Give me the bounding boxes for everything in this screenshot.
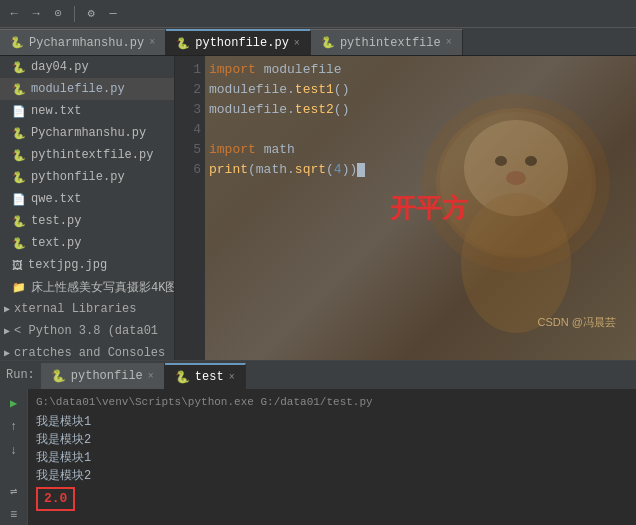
back-icon[interactable]: ← [6,6,22,22]
python-icon: 🐍 [12,61,26,74]
code-modulefile-2: modulefile. [209,82,295,97]
chevron-right-icon-3: ▶ [4,347,10,359]
sidebar-item-pycharmhanshu[interactable]: 🐍 Pycharmhanshu.py [0,122,174,144]
code-sqrt: sqrt [295,162,326,177]
sidebar-item-pythonfile-label: pythonfile.py [31,170,125,184]
sidebar-section-scratches-label: cratches and Consoles [14,346,165,360]
sidebar-item-test-label: test.py [31,214,81,228]
code-test1: test1 [295,82,334,97]
editor-tabs-row: 🐍 Pycharmhanshu.py × 🐍 pythonfile.py × 🐍… [0,28,636,56]
run-output: G:\data01\venv\Scripts\python.exe G:/dat… [28,389,636,525]
sidebar-item-textjpg-label: textjpg.jpg [28,258,107,272]
run-output-line-2: 我是模块2 [36,431,628,449]
sidebar-item-pycharmhanshu-label: Pycharmhanshu.py [31,126,146,140]
run-tab-pythonfile-label: pythonfile [71,369,143,383]
run-tab-test[interactable]: 🐍 test × [165,363,246,389]
code-sqrt-paren: ( [326,162,334,177]
keyword-import-1: import [209,62,256,77]
sidebar-section-python[interactable]: ▶ < Python 3.8 (data01 [0,320,174,342]
chevron-right-icon-2: ▶ [4,325,10,337]
run-label: Run: [0,361,41,389]
sidebar-item-chinese-label: 床上性感美女写真摄影4K图 [31,279,175,296]
run-menu-button[interactable]: ≡ [4,505,24,525]
code-parens-1: () [334,82,350,97]
sidebar-item-pythonfile[interactable]: 🐍 pythonfile.py [0,166,174,188]
tab-pythonfile[interactable]: 🐍 pythonfile.py × [166,29,311,55]
sidebar-item-text[interactable]: 🐍 text.py [0,232,174,254]
run-output-line-4: 我是模块2 [36,467,628,485]
code-line-4 [209,120,365,140]
code-editor[interactable]: 开平方 1 2 3 4 5 6 import modulefile module… [175,56,636,360]
svg-point-5 [506,171,526,185]
run-result-value: 2.0 [36,487,75,511]
run-down-button[interactable]: ↓ [4,441,24,461]
code-parens-2: () [334,102,350,117]
sidebar-item-newtxt[interactable]: 📄 new.txt [0,100,174,122]
code-test2: test2 [295,102,334,117]
code-line-1: import modulefile [209,60,365,80]
python-icon-3: 🐍 [12,127,26,140]
code-modulefile-3: modulefile. [209,102,295,117]
python-icon-2: 🐍 [12,83,26,96]
python-file-icon: 🐍 [10,36,24,49]
folder-icon: 📁 [12,281,26,294]
sidebar-section-scratches[interactable]: ▶ cratches and Consoles [0,342,174,360]
txt-icon-2: 📄 [12,193,26,206]
run-sidebar: ▶ ↑ ↓ ⇌ ≡ [0,389,28,525]
code-line-5: import math [209,140,365,160]
tab-pycharmhanshu[interactable]: 🐍 Pycharmhanshu.py × [0,29,166,55]
sidebar-item-pythintextfile[interactable]: 🐍 pythintextfile.py [0,144,174,166]
run-up-button[interactable]: ↑ [4,417,24,437]
line-numbers: 1 2 3 4 5 6 [175,56,205,360]
top-toolbar: ← → ⊙ ⚙ — [0,0,636,28]
circle-icon[interactable]: ⊙ [50,6,66,22]
tab-pythintextfile[interactable]: 🐍 pythintextfile × [311,29,463,55]
tab-pythonfile-close[interactable]: × [294,38,300,49]
sidebar-item-qwe[interactable]: 📄 qwe.txt [0,188,174,210]
sidebar-item-test[interactable]: 🐍 test.py [0,210,174,232]
tab-pycharmhanshu-close[interactable]: × [149,37,155,48]
toolbar-separator [74,6,75,22]
code-math: math [264,142,295,157]
sidebar-item-chinese-folder[interactable]: 📁 床上性感美女写真摄影4K图 [0,276,174,298]
svg-point-6 [461,193,571,333]
code-print: print [209,162,248,177]
code-close-parens: )) [342,162,358,177]
sidebar-item-newtxt-label: new.txt [31,104,81,118]
forward-icon[interactable]: → [28,6,44,22]
kaipingfang-label: 开平方 [390,191,468,226]
watermark-text: CSDN @冯晨芸 [538,315,616,330]
sidebar-item-qwe-label: qwe.txt [31,192,81,206]
run-body: ▶ ↑ ↓ ⇌ ≡ G:\data01\venv\Scripts\python.… [0,389,636,525]
python-file-icon-2: 🐍 [176,37,190,50]
svg-point-3 [495,156,507,166]
tab-pycharmhanshu-label: Pycharmhanshu.py [29,36,144,50]
python-icon-5: 🐍 [12,171,26,184]
minimize-icon[interactable]: — [105,6,121,22]
tab-pythintextfile-label: pythintextfile [340,36,441,50]
sidebar-item-modulefile-label: modulefile.py [31,82,125,96]
python-icon-4: 🐍 [12,149,26,162]
run-tab-pythonfile-close[interactable]: × [148,371,154,382]
sidebar-item-textjpg[interactable]: 🖼 textjpg.jpg [0,254,174,276]
sidebar-item-day04[interactable]: 🐍 day04.py [0,56,174,78]
chevron-right-icon: ▶ [4,303,10,315]
sidebar-section-external-label: xternal Libraries [14,302,136,316]
code-content[interactable]: import modulefile modulefile.test1() mod… [209,60,365,180]
run-tab-test-label: test [195,370,224,384]
run-rerun-button[interactable]: ⇌ [4,481,24,501]
code-num-4: 4 [334,162,342,177]
run-icon-pythonfile: 🐍 [51,369,66,384]
run-tab-pythonfile[interactable]: 🐍 pythonfile × [41,363,165,389]
tab-pythintextfile-close[interactable]: × [446,37,452,48]
code-line-3: modulefile.test2() [209,100,365,120]
run-tab-test-close[interactable]: × [229,372,235,383]
python-icon-7: 🐍 [12,237,26,250]
img-icon: 🖼 [12,259,23,272]
sidebar-section-external-libs[interactable]: ▶ xternal Libraries [0,298,174,320]
gear-icon[interactable]: ⚙ [83,6,99,22]
run-play-button[interactable]: ▶ [4,393,24,413]
sidebar-item-modulefile[interactable]: 🐍 modulefile.py [0,78,174,100]
code-line-2: modulefile.test1() [209,80,365,100]
tab-pythonfile-label: pythonfile.py [195,36,289,50]
